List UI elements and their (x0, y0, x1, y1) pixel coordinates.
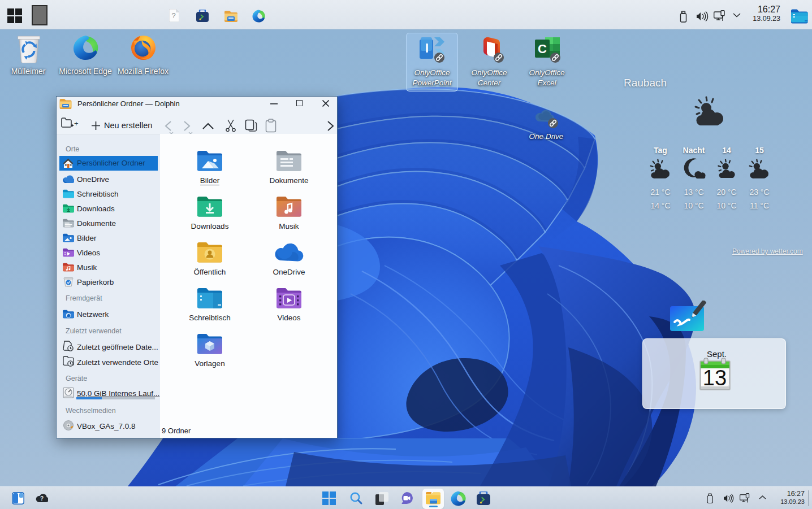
svg-text:?: ? (171, 11, 175, 20)
svg-text:C: C (538, 42, 547, 56)
svg-text:?: ? (40, 495, 44, 502)
svg-text:13: 13 (703, 366, 727, 390)
